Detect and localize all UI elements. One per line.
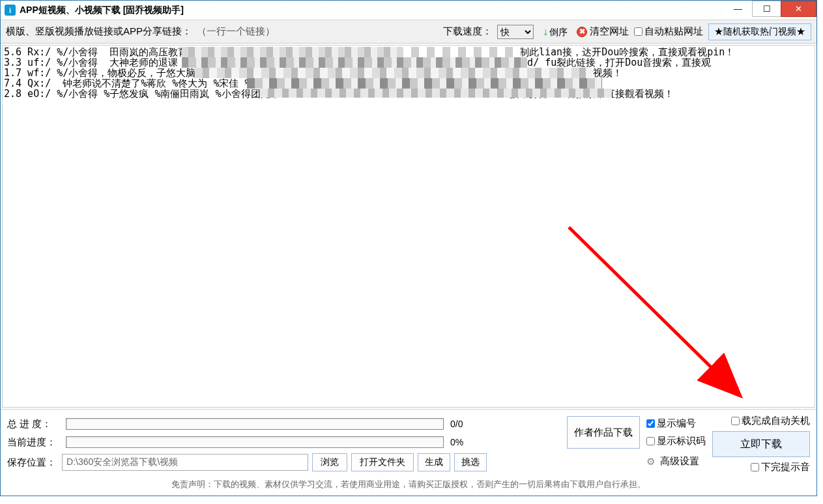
- auto-paste-input[interactable]: [634, 27, 643, 36]
- auto-paste-checkbox[interactable]: 自动粘贴网址: [634, 25, 703, 38]
- show-index-label: 显示编号: [657, 417, 696, 430]
- reverse-order-button[interactable]: ↓ 倒序: [539, 24, 571, 40]
- random-hot-button[interactable]: ★随机获取热门视频★: [708, 23, 811, 40]
- show-id-label: 显示标识码: [657, 435, 706, 447]
- window-maximize-button[interactable]: ☐: [752, 1, 781, 17]
- save-path-input[interactable]: [62, 454, 308, 471]
- window-minimize-button[interactable]: —: [723, 1, 753, 17]
- disclaimer-text: 免责声明：下载的视频、素材仅供学习交流，若使用商业用途，请购买正版授权，否则产生…: [1, 475, 816, 496]
- clear-icon: ✖: [577, 27, 587, 37]
- generate-button[interactable]: 生成: [418, 453, 450, 471]
- window-close-button[interactable]: ✕: [781, 1, 816, 17]
- reverse-order-label: 倒序: [549, 28, 568, 36]
- auto-paste-label: 自动粘贴网址: [644, 25, 703, 38]
- total-progress-bar: [66, 418, 444, 430]
- show-index-checkbox[interactable]: 显示编号: [646, 417, 706, 430]
- clear-urls-button[interactable]: ✖ 清空网址: [577, 25, 629, 38]
- speed-select[interactable]: 快: [497, 25, 534, 39]
- app-icon: i: [5, 5, 16, 16]
- speed-label: 下载速度：: [443, 25, 492, 38]
- auto-shutdown-input[interactable]: [731, 417, 740, 425]
- total-progress-value: 0/0: [448, 419, 487, 429]
- pick-button[interactable]: 挑选: [454, 453, 487, 471]
- gear-icon: ⚙: [646, 456, 655, 468]
- current-progress-bar: [66, 436, 444, 448]
- finish-sound-input[interactable]: [751, 463, 759, 471]
- auto-shutdown-checkbox[interactable]: 载完成自动关机: [731, 415, 810, 427]
- link-label: 横版、竖版视频播放链接或APP分享链接：: [6, 25, 192, 38]
- bottom-panel: 总 进 度： 0/0 作者作品下载 显示编号 显示标识码 ⚙ 高级设置: [1, 409, 816, 475]
- show-id-checkbox[interactable]: 显示标识码: [646, 435, 706, 447]
- save-path-label: 保存位置：: [7, 456, 58, 469]
- advanced-settings-link[interactable]: 高级设置: [660, 455, 699, 468]
- clear-urls-label: 清空网址: [590, 25, 629, 38]
- main-toolbar: 横版、竖版视频播放链接或APP分享链接： （一行一个链接） 下载速度： 快 ↓ …: [1, 20, 816, 44]
- finish-sound-checkbox[interactable]: 下完提示音: [751, 461, 810, 473]
- browse-button[interactable]: 浏览: [312, 453, 347, 471]
- current-progress-value: 0%: [448, 437, 487, 447]
- total-progress-label: 总 进 度：: [7, 418, 62, 430]
- open-folder-button[interactable]: 打开文件夹: [351, 453, 414, 471]
- author-works-button[interactable]: 作者作品下载: [567, 416, 640, 449]
- auto-shutdown-label: 载完成自动关机: [742, 415, 810, 427]
- finish-sound-label: 下完提示音: [761, 461, 810, 473]
- link-hint: （一行一个链接）: [197, 25, 275, 38]
- current-progress-label: 当前进度：: [7, 436, 62, 449]
- url-textarea[interactable]: [2, 45, 815, 408]
- window-title: APP短视频、小视频下载 [固乔视频助手]: [20, 5, 184, 16]
- arrow-down-icon: ↓: [543, 26, 548, 38]
- show-index-input[interactable]: [646, 419, 655, 428]
- show-id-input[interactable]: [646, 437, 655, 445]
- download-now-button[interactable]: 立即下载: [712, 431, 810, 457]
- window-titlebar: i APP短视频、小视频下载 [固乔视频助手] — ☐ ✕: [1, 1, 816, 20]
